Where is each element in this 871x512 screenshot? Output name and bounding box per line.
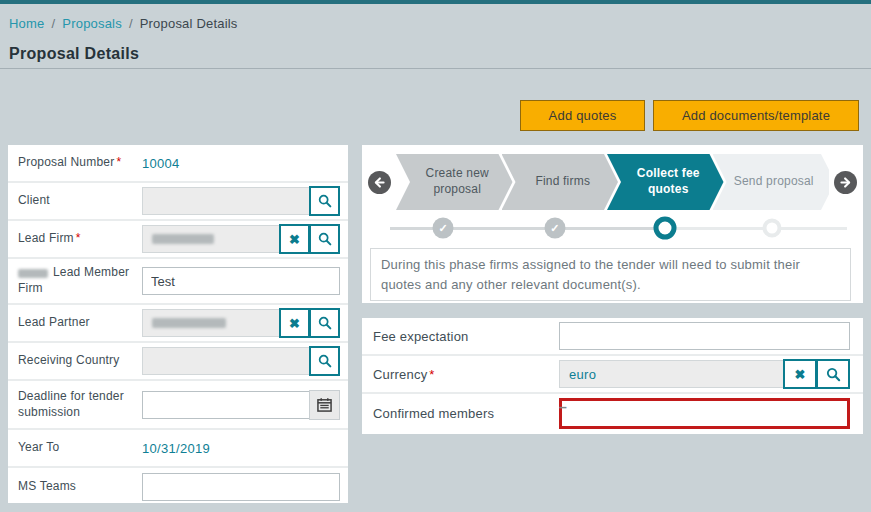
wizard-step-create-new-proposal[interactable]: Create new proposal [396,154,513,210]
title-divider [0,68,871,69]
proposal-number-value: 10004 [142,156,180,171]
clear-icon: ✖ [795,368,806,381]
fee-form-panel: Fee expectation Currency* euro ✖ Confirm… [362,318,863,434]
currency-row: Currency* euro ✖ [362,356,863,394]
currency-label: Currency* [373,367,559,382]
ms-teams-label: MS Teams [18,479,142,495]
currency-value: euro [569,367,596,382]
client-row: Client [8,183,348,221]
breadcrumb-separator: / [129,16,133,31]
add-documents-template-button[interactable]: Add documents/template [653,100,859,131]
receiving-country-input [142,347,310,375]
client-search-button[interactable] [309,186,340,216]
currency-search-button[interactable] [816,359,850,389]
progress-dot-done: ✓ [544,218,565,239]
phase-description: During this phase firms assigned to the … [370,248,851,301]
proposal-number-row: Proposal Number* 10004 [8,145,348,183]
receiving-country-row: Receiving Country [8,343,348,381]
lead-partner-row: Lead Partner ✖ [8,305,348,343]
receiving-country-search-button[interactable] [309,346,340,376]
lead-member-firm-input[interactable] [142,267,340,295]
lead-firm-search-button[interactable] [309,224,340,254]
wizard-step-send-proposal[interactable]: Send proposal [713,154,830,210]
currency-input: euro [559,360,784,388]
deadline-input[interactable] [142,391,310,419]
year-to-label: Year To [18,440,142,456]
search-icon [317,231,333,247]
lead-partner-input [142,309,280,337]
wizard-step-find-firms[interactable]: Find firms [502,154,619,210]
wizard-steps: Create new proposal Find firms Collect f… [368,154,857,210]
wizard-prev-button[interactable] [368,171,391,194]
lead-partner-clear-button[interactable]: ✖ [279,308,310,338]
client-input [142,187,310,215]
calendar-icon [317,397,332,412]
currency-clear-button[interactable]: ✖ [783,359,817,389]
proposal-number-label: Proposal Number* [18,155,142,171]
client-label: Client [18,193,142,209]
receiving-country-label: Receiving Country [18,353,142,369]
redacted-label-prefix [18,269,48,278]
progress-line [390,227,665,230]
search-icon [825,366,842,383]
lead-member-firm-label: Lead Member Firm [18,265,142,296]
progress-dot-current [654,217,677,240]
deadline-calendar-button[interactable] [309,390,340,420]
lead-firm-row: Lead Firm* ✖ [8,221,348,259]
top-accent-bar [0,0,871,4]
lead-member-firm-row: Lead Member Firm [8,259,348,305]
confirmed-members-value: – [559,400,567,414]
action-buttons: Add quotes Add documents/template [520,100,859,131]
add-quotes-button[interactable]: Add quotes [520,100,645,131]
deadline-row: Deadline for tender submission [8,381,348,430]
ms-teams-input[interactable] [142,473,340,501]
arrow-left-icon [373,176,386,189]
wizard-next-button[interactable] [834,171,857,194]
year-to-row: Year To 10/31/2019 [8,430,348,468]
wizard-panel: Create new proposal Find firms Collect f… [362,145,863,303]
fee-expectation-row: Fee expectation [362,318,863,356]
search-icon [317,353,333,369]
deadline-label: Deadline for tender submission [18,389,142,420]
search-icon [317,315,333,331]
proposal-form-panel: Proposal Number* 10004 Client Lead Firm*… [8,145,348,503]
lead-firm-input [142,225,280,253]
clear-icon: ✖ [289,317,300,330]
progress-dot-done: ✓ [433,218,454,239]
confirmed-members-label: Confirmed members [373,406,559,421]
check-icon: ✓ [550,222,559,235]
page-title: Proposal Details [9,45,139,63]
redacted-value [152,318,226,328]
lead-firm-label: Lead Firm* [18,231,142,247]
breadcrumb-current: Proposal Details [140,16,238,31]
fee-expectation-label: Fee expectation [373,329,559,344]
wizard-progress-track: ✓ ✓ [362,215,863,241]
breadcrumb-separator: / [51,16,55,31]
lead-partner-search-button[interactable] [309,308,340,338]
wizard-step-collect-fee-quotes[interactable]: Collect fee quotes [607,154,724,210]
clear-icon: ✖ [289,233,300,246]
arrow-right-icon [839,176,852,189]
fee-expectation-input[interactable] [559,322,850,350]
breadcrumb: Home / Proposals / Proposal Details [9,16,238,31]
redacted-value [152,234,214,244]
progress-line-upcoming [665,227,847,230]
breadcrumb-proposals[interactable]: Proposals [62,16,122,31]
lead-firm-clear-button[interactable]: ✖ [279,224,310,254]
year-to-value: 10/31/2019 [142,441,210,456]
confirmed-members-row: Confirmed members – [362,394,863,432]
ms-teams-row: MS Teams [8,468,348,506]
lead-partner-label: Lead Partner [18,315,142,331]
progress-dot-upcoming [762,219,781,238]
search-icon [317,193,333,209]
check-icon: ✓ [439,222,448,235]
breadcrumb-home[interactable]: Home [9,16,44,31]
confirmed-members-input[interactable]: – [559,398,850,429]
